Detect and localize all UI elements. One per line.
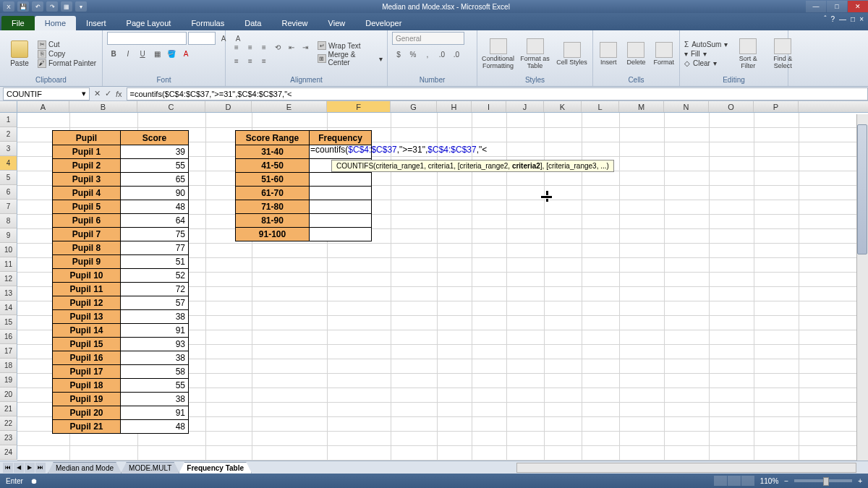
row-header[interactable]: 24 [0,445,17,460]
find-select-button[interactable]: Find & Select [768,38,797,70]
column-header[interactable]: J [506,101,544,112]
qat-dropdown-icon[interactable]: ▾ [75,1,87,12]
insert-cells-button[interactable]: Insert [597,42,619,67]
table-row[interactable]: Pupil 365 [53,173,189,187]
fill-color-button[interactable]: 🪣 [165,47,178,60]
align-center-icon[interactable]: ≡ [244,54,257,67]
tab-file[interactable]: File [1,16,35,30]
align-right-icon[interactable]: ≡ [258,54,271,67]
wrap-text-button[interactable]: ↵Wrap Text [318,41,383,50]
decrease-decimal-icon[interactable]: .0 [450,48,463,61]
qat-icon[interactable]: ▦ [61,1,72,12]
font-family-select[interactable] [107,32,187,45]
row-header[interactable]: 9 [0,228,17,243]
autosum-button[interactable]: ΣAutoSum ▾ [684,40,728,49]
column-header[interactable]: C [137,101,205,112]
cell-styles-button[interactable]: Cell Styles [556,42,588,67]
column-header[interactable]: L [582,101,619,112]
table-row[interactable]: 51-60 [236,173,372,187]
row-header[interactable]: 11 [0,257,17,272]
column-header[interactable]: I [472,101,506,112]
table-row[interactable]: 81-90 [236,214,372,228]
cancel-formula-icon[interactable]: ✕ [94,89,101,98]
table-row[interactable]: 91-100 [236,228,372,241]
normal-view-button[interactable] [714,476,727,486]
column-header[interactable]: M [619,101,664,112]
minimize-button[interactable]: — [806,1,826,12]
sheet-tab[interactable]: MODE.MULT [121,462,179,474]
row-header[interactable]: 15 [0,315,17,330]
row-header[interactable]: 1 [0,113,17,127]
table-row[interactable]: Pupil 1638 [53,351,189,365]
indent-dec-icon[interactable]: ⇤ [285,40,298,53]
table-row[interactable]: Pupil 1855 [53,379,189,393]
row-header[interactable]: 5 [0,171,17,185]
column-header[interactable]: B [69,101,137,112]
tab-data[interactable]: Data [234,16,271,30]
number-format-select[interactable] [392,32,464,45]
window-restore-icon[interactable]: □ [851,15,855,23]
vertical-scrollbar[interactable] [856,114,868,461]
enter-formula-icon[interactable]: ✓ [105,89,111,98]
spreadsheet-grid[interactable]: ABCDEFGHIJKLMNOP 12345678910111213141516… [0,101,868,461]
column-header[interactable]: E [252,101,327,112]
column-header[interactable]: P [754,101,799,112]
border-button[interactable]: ▦ [150,47,163,60]
clear-button[interactable]: ◇Clear ▾ [684,59,728,68]
align-bottom-icon[interactable]: ≡ [258,40,271,53]
tab-view[interactable]: View [318,16,356,30]
align-middle-icon[interactable]: ≡ [244,40,257,53]
delete-cells-button[interactable]: Delete [625,42,647,67]
sheet-nav-prev-icon[interactable]: ◀ [14,463,24,473]
row-header[interactable]: 2 [0,127,17,142]
scrollbar-thumb[interactable] [857,124,867,254]
table-row[interactable]: 71-80 [236,200,372,214]
table-row[interactable]: Pupil 1172 [53,283,189,296]
increase-decimal-icon[interactable]: .0 [435,48,448,61]
row-header[interactable]: 19 [0,373,17,388]
name-box[interactable]: COUNTIF▾ [3,87,90,100]
copy-button[interactable]: ⎘Copy [38,50,96,59]
table-row[interactable]: 61-70 [236,187,372,200]
row-header[interactable]: 6 [0,185,17,200]
comma-icon[interactable]: , [421,48,434,61]
undo-icon[interactable]: ↶ [32,1,43,12]
fx-icon[interactable]: fx [116,90,122,98]
table-row[interactable]: Pupil 1593 [53,338,189,351]
tab-insert[interactable]: Insert [76,16,116,30]
redo-icon[interactable]: ↷ [46,1,58,12]
macro-record-icon[interactable]: ⏺ [30,477,38,485]
table-row[interactable]: Pupil 877 [53,241,189,255]
row-header[interactable]: 8 [0,214,17,228]
bold-button[interactable]: B [107,47,120,60]
table-row[interactable]: Pupil 1338 [53,310,189,324]
sheet-tab[interactable]: Median and Mode [48,462,122,474]
align-top-icon[interactable]: ≡ [230,40,243,53]
row-header[interactable]: 10 [0,243,17,257]
underline-button[interactable]: U [136,47,149,60]
percent-icon[interactable]: % [407,48,420,61]
column-header[interactable]: H [437,101,472,112]
row-header[interactable]: 13 [0,286,17,301]
zoom-out-icon[interactable]: − [784,477,788,485]
row-header[interactable]: 16 [0,330,17,344]
table-row[interactable]: Pupil 2148 [53,420,189,434]
cell-editor[interactable]: =countifs($C$4:$C$37,">=31",$C$4:$C$37,"… [310,145,549,159]
format-as-table-button[interactable]: Format as Table [519,38,551,70]
column-header[interactable]: K [544,101,582,112]
currency-icon[interactable]: $ [392,48,405,61]
row-header[interactable]: 14 [0,301,17,315]
table-row[interactable]: Pupil 775 [53,228,189,241]
row-header[interactable]: 17 [0,344,17,359]
merge-center-button[interactable]: ⊞Merge & Center ▾ [318,51,383,67]
window-close-icon[interactable]: × [859,15,864,23]
table-row[interactable]: Pupil 1052 [53,269,189,283]
column-header[interactable]: F [327,101,391,112]
row-header[interactable]: 20 [0,388,17,402]
chevron-down-icon[interactable]: ▾ [82,89,86,98]
row-header[interactable]: 12 [0,272,17,286]
table-row[interactable]: Pupil 664 [53,214,189,228]
cut-button[interactable]: ✂Cut [38,40,96,49]
indent-inc-icon[interactable]: ⇥ [299,40,312,53]
tab-formulas[interactable]: Formulas [181,16,234,30]
